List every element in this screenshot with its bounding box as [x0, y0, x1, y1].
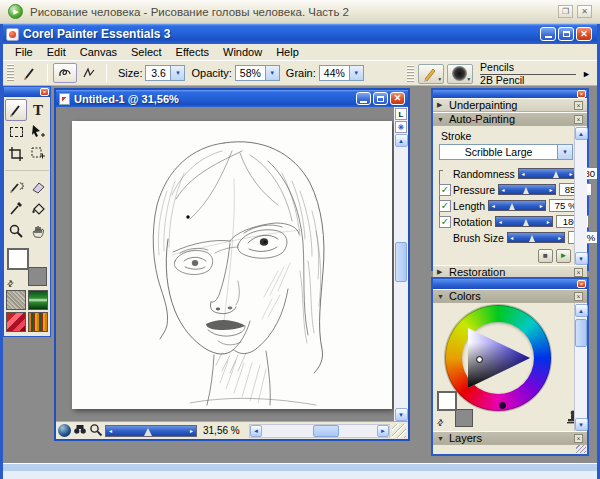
brush-tool[interactable] — [5, 99, 27, 121]
doc-resize-grip[interactable] — [392, 424, 406, 438]
eraser-tool[interactable] — [27, 176, 49, 198]
transform-tool[interactable] — [27, 143, 49, 165]
auto-painting-header[interactable]: ▼ Auto-Painting × — [433, 112, 587, 126]
paper-selector[interactable] — [6, 290, 26, 310]
scroll-up-icon[interactable]: ▲ — [395, 134, 408, 147]
menu-canvas[interactable]: Canvas — [73, 45, 124, 60]
toolbar-drag-handle[interactable] — [7, 64, 14, 82]
colors-close-icon[interactable]: × — [574, 292, 583, 301]
menu-window[interactable]: Window — [216, 45, 269, 60]
zoom-slider-left-icon[interactable]: ◄ — [106, 428, 115, 434]
swap-colors-icon[interactable]: ⇄ — [5, 278, 16, 289]
sv-cursor[interactable] — [476, 356, 483, 363]
magnifier-icon[interactable] — [89, 423, 103, 439]
menu-edit[interactable]: Edit — [40, 45, 73, 60]
canvas[interactable] — [72, 121, 392, 409]
doc-vertical-scrollbar[interactable]: L ✳ ▲ ▼ — [394, 107, 408, 421]
outer-maximize-button[interactable]: ❐ — [558, 5, 573, 18]
tracing-paper-icon[interactable]: ✳ — [395, 121, 407, 133]
palette1-titlebar[interactable]: × — [433, 90, 587, 98]
v-scroll-thumb[interactable] — [395, 242, 407, 282]
dropdown-arrow-icon[interactable]: ▼ — [349, 66, 363, 80]
binoculars-icon[interactable] — [73, 423, 87, 438]
palette2-resize-grip[interactable] — [576, 445, 586, 453]
chevron-down-icon[interactable]: ▼ — [437, 116, 445, 123]
doc-horizontal-scrollbar[interactable]: ◄ ► — [249, 424, 390, 438]
dropdown-arrow-icon[interactable]: ▼ — [557, 145, 572, 159]
zoom-slider[interactable]: ◄ ► — [105, 425, 197, 437]
scroll-up-icon[interactable]: ▲ — [575, 304, 588, 317]
play-button[interactable]: ► — [556, 249, 571, 263]
menu-file[interactable]: File — [8, 45, 40, 60]
stop-button[interactable]: ■ — [538, 249, 553, 263]
rotation-checkbox[interactable]: ✓ — [439, 216, 451, 228]
paint-bucket-tool[interactable] — [27, 198, 49, 220]
gradient-selector[interactable] — [28, 290, 48, 310]
dropper-tool[interactable] — [5, 198, 27, 220]
randomness-slider[interactable]: ◄► — [518, 168, 576, 179]
scroll-down-icon[interactable]: ▼ — [575, 252, 588, 265]
layers-header[interactable]: ▼ Layers × — [433, 431, 587, 445]
scroll-down-icon[interactable]: ▼ — [575, 418, 588, 431]
minimize-button[interactable] — [540, 27, 556, 41]
toolbox-titlebar[interactable]: × — [4, 87, 50, 97]
menu-effects[interactable]: Effects — [169, 45, 216, 60]
grabber-hand-tool[interactable] — [27, 220, 49, 242]
size-combo[interactable]: 3.6 ▼ — [145, 65, 185, 81]
magnifier-tool[interactable] — [5, 220, 27, 242]
restore-button[interactable] — [558, 27, 574, 41]
menu-help[interactable]: Help — [269, 45, 306, 60]
chevron-down-icon[interactable]: ▼ — [437, 293, 445, 300]
stroke-dropdown[interactable]: Scribble Large ▼ — [439, 144, 573, 160]
brush-size-slider[interactable]: ◄► — [507, 232, 565, 243]
close-button[interactable]: ✕ — [576, 27, 592, 41]
palette2-titlebar[interactable]: × — [433, 279, 587, 289]
palette1-close-button[interactable]: × — [577, 90, 586, 98]
underpainting-header[interactable]: ▶ Underpainting × — [433, 98, 587, 112]
scroll-up-icon[interactable]: ▲ — [575, 127, 588, 140]
palette2-scrollbar[interactable]: ▲ ▼ — [574, 303, 587, 431]
document-view[interactable]: L ✳ ▲ ▼ — [56, 107, 408, 421]
menu-select[interactable]: Select — [124, 45, 169, 60]
chevron-down-icon[interactable]: ▼ — [437, 435, 445, 442]
document-titlebar[interactable]: Untitled-1 @ 31,56% ✕ — [56, 90, 408, 107]
palette2-close-button[interactable]: × — [577, 280, 586, 288]
brush-category-button[interactable]: ▼ — [418, 64, 444, 84]
chevron-right-icon[interactable]: ▶ — [437, 101, 445, 109]
pressure-checkbox[interactable]: ✓ — [439, 184, 451, 196]
toolbox-close-button[interactable]: × — [40, 88, 49, 96]
v-scroll-thumb[interactable] — [575, 319, 587, 347]
brush-tool-icon[interactable] — [18, 63, 42, 83]
draw-freehand-button[interactable] — [53, 63, 77, 83]
text-tool[interactable]: T — [27, 99, 49, 121]
pattern-selector[interactable] — [6, 312, 26, 332]
scroll-down-icon[interactable]: ▼ — [395, 408, 408, 421]
auto-painting-close-icon[interactable]: × — [574, 115, 583, 124]
opacity-combo[interactable]: 58% ▼ — [235, 65, 280, 81]
zoom-slider-right-icon[interactable]: ► — [187, 428, 196, 434]
rotation-slider[interactable]: ◄► — [495, 216, 553, 227]
rectangular-selection-tool[interactable] — [5, 121, 27, 143]
scroll-left-icon[interactable]: ◄ — [250, 425, 262, 437]
palette1-scrollbar[interactable]: ▲ ▼ — [574, 126, 587, 265]
brush-selector-drag-handle[interactable] — [407, 65, 414, 83]
navigator-icon[interactable] — [58, 424, 71, 437]
restoration-close-icon[interactable]: × — [574, 268, 583, 277]
page-corner-icon[interactable]: L — [395, 108, 407, 120]
dropdown-arrow-icon[interactable]: ▼ — [265, 66, 279, 80]
main-color-swatch[interactable] — [437, 391, 457, 411]
cloner-brush-tool[interactable] — [5, 176, 27, 198]
doc-close-button[interactable]: ✕ — [390, 92, 405, 105]
draw-straight-lines-button[interactable] — [77, 63, 101, 83]
length-checkbox[interactable]: ✓ — [439, 200, 451, 212]
swap-colors-icon[interactable]: ⇄ — [435, 417, 446, 428]
pressure-slider[interactable]: ◄► — [498, 184, 556, 195]
length-slider[interactable]: ◄► — [488, 200, 546, 211]
hue-cursor[interactable] — [499, 402, 506, 409]
outer-close-button[interactable]: ✕ — [577, 5, 592, 18]
nozzle-selector[interactable] — [28, 312, 48, 332]
layer-adjuster-tool[interactable] — [27, 121, 49, 143]
underpainting-close-icon[interactable]: × — [574, 101, 583, 110]
layers-close-icon[interactable]: × — [574, 434, 583, 443]
doc-minimize-button[interactable] — [356, 92, 371, 105]
